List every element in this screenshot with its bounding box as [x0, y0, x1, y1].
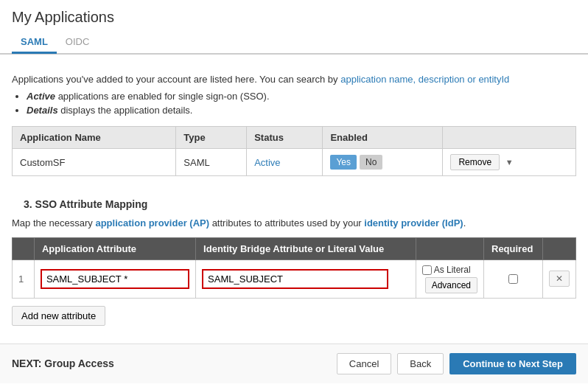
remove-button[interactable]: Remove [450, 154, 500, 170]
bullet-active: Active applications are enabled for sing… [27, 91, 576, 102]
toggle-no-button[interactable]: No [360, 155, 382, 170]
app-actions-cell: Remove ▼ [443, 149, 576, 176]
identity-attr-input[interactable] [202, 269, 388, 289]
info-highlight: application name, description or entityI… [340, 74, 509, 85]
as-literal-checkbox[interactable] [422, 265, 432, 275]
col-identity-attr: Identity Bridge Attribute or Literal Val… [196, 238, 416, 260]
col-required: Required [484, 238, 543, 260]
app-table-header-row: Application Name Type Status Enabled [13, 127, 576, 149]
tab-saml[interactable]: SAML [12, 32, 57, 54]
idp-text: identity provider (IdP) [364, 217, 463, 229]
info-text: Applications you've added to your accoun… [12, 74, 576, 85]
footer-buttons: Cancel Back Continue to Next Step [337, 353, 576, 374]
page-title: My Applications [12, 9, 576, 26]
cancel-button[interactable]: Cancel [337, 353, 391, 374]
bullet-list: Active applications are enabled for sing… [27, 91, 576, 116]
app-table: Application Name Type Status Enabled Cus… [12, 126, 576, 176]
app-name-cell: CustomSF [13, 149, 176, 176]
col-app-name: Application Name [13, 127, 176, 149]
attr-options-cell: As Literal Advanced [416, 260, 483, 299]
col-status: Status [247, 127, 323, 149]
as-literal-text: As Literal [434, 265, 471, 275]
tabs-container: SAML OIDC [0, 32, 588, 54]
app-enabled-cell: Yes No [323, 149, 443, 176]
attr-app-attr-cell [34, 260, 195, 299]
delete-attr-button[interactable]: ✕ [549, 271, 570, 287]
bullet-details: Details displays the application details… [27, 105, 576, 116]
sso-description: Map the necessary application provider (… [12, 217, 576, 229]
continue-button[interactable]: Continue to Next Step [449, 353, 576, 374]
back-button[interactable]: Back [397, 353, 444, 374]
col-actions [443, 127, 576, 149]
attr-identity-attr-cell [196, 260, 416, 299]
attr-delete-cell: ✕ [542, 260, 575, 299]
app-type-cell: SAML [176, 149, 247, 176]
table-row: CustomSF SAML Active Yes No Remove ▼ [13, 149, 576, 176]
col-enabled: Enabled [323, 127, 443, 149]
app-status-cell: Active [247, 149, 323, 176]
col-app-attr: Application Attribute [34, 238, 195, 260]
dropdown-arrow-icon[interactable]: ▼ [505, 158, 514, 167]
status-active-text: Active [254, 157, 280, 168]
sso-title: 3. SSO Attribute Mapping [12, 198, 576, 210]
as-literal-label: As Literal [422, 265, 471, 275]
toggle-yes-button[interactable]: Yes [330, 155, 357, 170]
col-delete [542, 238, 575, 260]
col-literal [416, 238, 483, 260]
toggle-container: Yes No [330, 155, 385, 170]
tab-oidc[interactable]: OIDC [57, 32, 99, 54]
attr-row: 1 As Literal Advanced [13, 260, 576, 299]
page-header: My Applications [0, 0, 588, 26]
add-attr-button[interactable]: Add new attribute [12, 306, 105, 326]
app-attr-input[interactable] [41, 269, 189, 289]
col-num [13, 238, 35, 260]
attr-table: Application Attribute Identity Bridge At… [12, 237, 576, 299]
advanced-button[interactable]: Advanced [425, 277, 477, 293]
next-label: NEXT: Group Access [12, 358, 114, 369]
attr-header-row: Application Attribute Identity Bridge At… [13, 238, 576, 260]
sso-section: 3. SSO Attribute Mapping Map the necessa… [0, 198, 588, 338]
attr-required-cell [484, 260, 543, 299]
footer: NEXT: Group Access Cancel Back Continue … [0, 344, 588, 383]
content-area: Applications you've added to your accoun… [0, 63, 588, 198]
attr-row-num: 1 [13, 260, 35, 299]
required-checkbox[interactable] [508, 274, 518, 284]
ap-text: application provider (AP) [95, 217, 209, 229]
col-type: Type [176, 127, 247, 149]
